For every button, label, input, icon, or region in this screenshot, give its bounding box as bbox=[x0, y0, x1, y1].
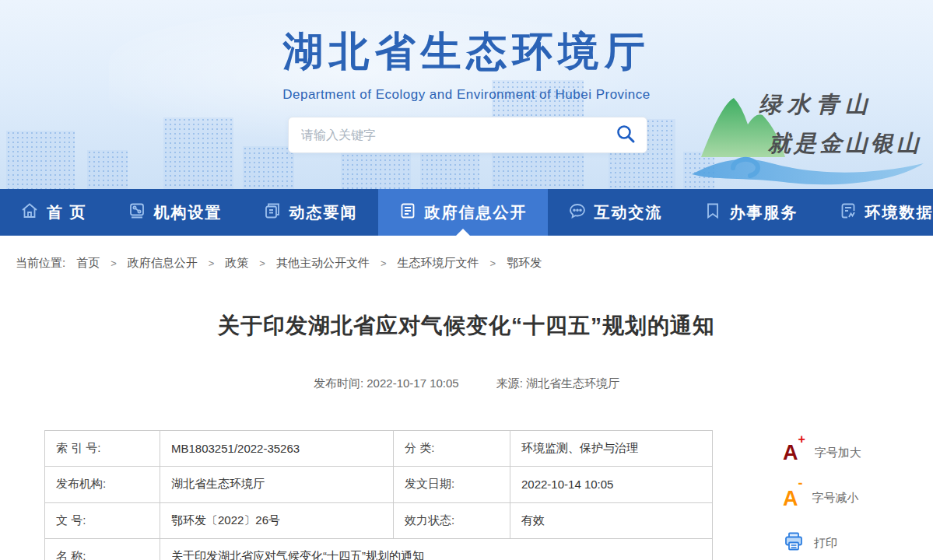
breadcrumb-separator: > bbox=[490, 257, 496, 269]
org-icon bbox=[128, 201, 146, 224]
page-header: 湖北省生态环境厅 Department of Ecology and Envir… bbox=[0, 0, 933, 189]
nav-label: 首 页 bbox=[47, 202, 87, 223]
document-info-table: 索 引 号: MB1803251/2022-35263 分 类: 环境监测、保护… bbox=[44, 430, 713, 560]
font-increase-icon: A+ bbox=[783, 442, 805, 464]
breadcrumb-item-ehuanfa[interactable]: 鄂环发 bbox=[507, 256, 542, 271]
nav-label: 办事服务 bbox=[730, 202, 798, 223]
category-label: 分 类: bbox=[394, 431, 510, 467]
data-doc-icon bbox=[839, 201, 858, 224]
city-silhouette bbox=[163, 117, 233, 189]
city-silhouette bbox=[6, 131, 75, 189]
publish-time: 发布时间: 2022-10-17 10:05 bbox=[314, 376, 459, 391]
print-button[interactable]: 打印 bbox=[783, 530, 892, 556]
nav-item-news[interactable]: 动态要闻 bbox=[243, 189, 378, 236]
nav-label: 环境数据 bbox=[865, 202, 933, 223]
doc-title-value: 关于印发湖北省应对气候变化“十四五”规划的通知 bbox=[160, 538, 713, 560]
slogan-line2: 就是金山银山 bbox=[767, 130, 922, 156]
home-icon bbox=[20, 201, 39, 224]
page-tools: A+ 字号加大 A- 字号减小 打印 bbox=[713, 430, 892, 560]
table-row: 名 称: 关于印发湖北省应对气候变化“十四五”规划的通知 bbox=[45, 538, 713, 560]
breadcrumb-item-gov-info[interactable]: 政府信息公开 bbox=[128, 256, 198, 271]
doc-title-label: 名 称: bbox=[45, 538, 160, 560]
breadcrumb-item-home[interactable]: 首页 bbox=[76, 256, 100, 271]
nav-label: 政府信息公开 bbox=[425, 202, 528, 223]
nav-item-gov-info[interactable]: 政府信息公开 bbox=[378, 189, 548, 236]
issue-date-value: 2022-10-14 10:05 bbox=[510, 467, 713, 502]
main-nav: 首 页 机构设置 动态要闻 政府信息公开 互动交流 办事服务 环境数据 bbox=[0, 189, 933, 236]
breadcrumb-separator: > bbox=[110, 257, 117, 269]
search-input[interactable] bbox=[289, 128, 605, 142]
table-row: 发布机构: 湖北省生态环境厅 发文日期: 2022-10-14 10:05 bbox=[45, 467, 713, 502]
article-source: 来源: 湖北省生态环境厅 bbox=[496, 376, 619, 391]
validity-value: 有效 bbox=[510, 502, 713, 538]
nav-item-interaction[interactable]: 互动交流 bbox=[548, 189, 683, 236]
doc-number-value: 鄂环发〔2022〕26号 bbox=[160, 502, 394, 538]
bookmark-icon bbox=[703, 201, 722, 224]
breadcrumb-separator: > bbox=[381, 257, 387, 269]
chat-icon bbox=[568, 201, 587, 224]
slogan-line1: 绿水青山 bbox=[759, 91, 874, 117]
index-number-value: MB1803251/2022-35263 bbox=[160, 431, 394, 467]
nav-label: 互动交流 bbox=[595, 202, 663, 223]
doc-number-label: 文 号: bbox=[45, 502, 160, 538]
breadcrumb: 当前位置: 首页 > 政府信息公开 > 政策 > 其他主动公开文件 > 生态环境… bbox=[0, 236, 933, 271]
breadcrumb-item-policy[interactable]: 政策 bbox=[225, 256, 248, 271]
print-icon bbox=[783, 530, 805, 555]
breadcrumb-separator: > bbox=[259, 257, 265, 269]
issue-date-label: 发文日期: bbox=[394, 467, 510, 502]
table-row: 索 引 号: MB1803251/2022-35263 分 类: 环境监测、保护… bbox=[45, 431, 713, 467]
city-silhouette bbox=[243, 146, 294, 189]
issuing-agency-value: 湖北省生态环境厅 bbox=[160, 467, 394, 502]
nav-item-services[interactable]: 办事服务 bbox=[683, 189, 819, 236]
index-number-label: 索 引 号: bbox=[45, 431, 160, 467]
article-title: 关于印发湖北省应对气候变化“十四五”规划的通知 bbox=[0, 311, 933, 341]
nav-label: 机构设置 bbox=[154, 202, 223, 223]
breadcrumb-item-other-docs[interactable]: 其他主动公开文件 bbox=[276, 256, 370, 271]
nav-item-org[interactable]: 机构设置 bbox=[107, 189, 243, 236]
search-button[interactable] bbox=[605, 117, 647, 152]
nav-item-env-data[interactable]: 环境数据 bbox=[819, 189, 933, 236]
green-mountain-slogan-graphic: 绿水青山 就是金山银山 bbox=[690, 72, 933, 188]
nav-item-home[interactable]: 首 页 bbox=[0, 189, 107, 236]
article-meta: 发布时间: 2022-10-17 10:05 来源: 湖北省生态环境厅 bbox=[0, 376, 933, 391]
table-row: 文 号: 鄂环发〔2022〕26号 效力状态: 有效 bbox=[45, 502, 713, 538]
breadcrumb-item-dept-docs[interactable]: 生态环境厅文件 bbox=[398, 256, 479, 271]
validity-label: 效力状态: bbox=[394, 502, 510, 538]
nav-label: 动态要闻 bbox=[289, 202, 358, 223]
news-icon bbox=[263, 201, 282, 224]
font-decrease-button[interactable]: A- 字号减小 bbox=[783, 485, 892, 511]
wave-icon bbox=[692, 159, 924, 185]
category-value: 环境监测、保护与治理 bbox=[510, 431, 713, 467]
font-decrease-icon: A- bbox=[783, 486, 803, 509]
breadcrumb-separator: > bbox=[209, 257, 215, 269]
issuing-agency-label: 发布机构: bbox=[45, 467, 160, 502]
document-icon bbox=[398, 201, 417, 224]
breadcrumb-prefix: 当前位置: bbox=[16, 256, 65, 271]
font-increase-button[interactable]: A+ 字号加大 bbox=[783, 439, 892, 466]
search-icon bbox=[616, 124, 636, 146]
search-box bbox=[288, 117, 647, 153]
city-silhouette bbox=[87, 150, 128, 189]
